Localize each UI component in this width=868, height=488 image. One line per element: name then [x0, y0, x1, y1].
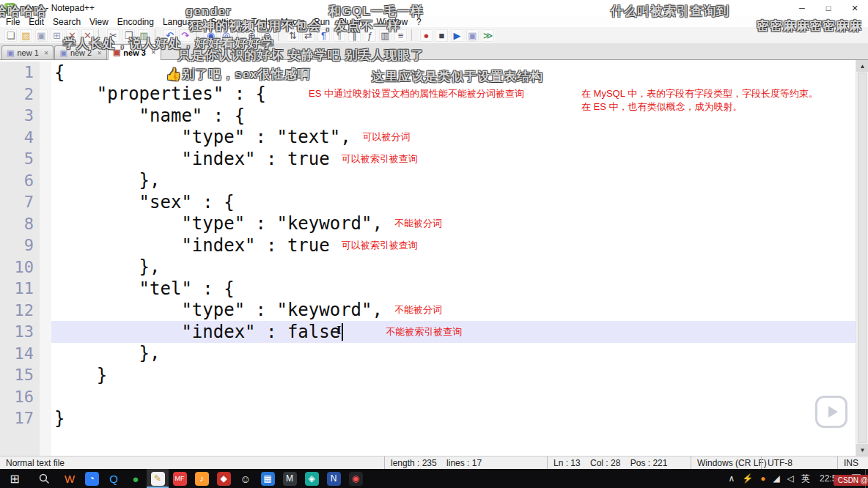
- play-macro-icon[interactable]: ▶: [450, 29, 464, 42]
- code-area[interactable]: },: [51, 343, 856, 365]
- code-area[interactable]: }: [51, 407, 856, 429]
- code-area[interactable]: "sex" : {: [51, 191, 856, 213]
- scrollbar-thumb[interactable]: [858, 73, 867, 443]
- show-all-characters-icon[interactable]: ¶: [332, 29, 346, 42]
- app-notepad-icon: ✎: [151, 472, 165, 486]
- scroll-down-icon[interactable]: ▼: [856, 444, 868, 456]
- maximize-button[interactable]: □: [815, 0, 842, 16]
- save-icon[interactable]: ▣: [34, 29, 48, 42]
- start-button[interactable]: ⊞: [0, 469, 29, 488]
- code-area[interactable]: "index" : false不能被索引被查询: [51, 321, 856, 343]
- menu-tools[interactable]: Tools: [247, 17, 276, 27]
- tab-close-icon[interactable]: ✕: [44, 50, 49, 56]
- tab-close-icon[interactable]: ✕: [97, 50, 102, 56]
- taskbar-search-icon[interactable]: [29, 469, 59, 488]
- usb-icon[interactable]: ⚡: [738, 473, 757, 484]
- new-file-icon[interactable]: ❏: [4, 29, 18, 42]
- code-area[interactable]: "type" : "keyword",不能被分词: [51, 213, 856, 235]
- indent-guide-icon[interactable]: ∥: [347, 29, 361, 42]
- network-icon[interactable]: ◢: [770, 473, 784, 484]
- paste-icon[interactable]: ▥: [137, 29, 151, 42]
- cut-icon[interactable]: ✂: [106, 29, 120, 42]
- taskbar-app-music[interactable]: ♪: [191, 469, 213, 488]
- code-area[interactable]: [51, 386, 856, 408]
- copy-icon[interactable]: ❐: [122, 29, 136, 42]
- menu-view[interactable]: View: [85, 17, 113, 27]
- run-macro-multiple-icon[interactable]: ≫: [481, 29, 495, 42]
- menu-settings[interactable]: Settings: [206, 17, 246, 27]
- menu-macro[interactable]: Macro: [276, 17, 309, 27]
- undo-icon[interactable]: ↶: [163, 29, 177, 42]
- replace-icon[interactable]: ◎: [219, 29, 233, 42]
- code-area[interactable]: },: [51, 256, 856, 278]
- line-number: 17: [0, 407, 40, 429]
- taskbar-app-mf[interactable]: MF: [169, 469, 191, 488]
- menu-language[interactable]: Language: [158, 17, 206, 27]
- redo-icon[interactable]: ↷: [178, 29, 192, 42]
- security-icon[interactable]: ●: [757, 473, 769, 484]
- editor-line: 15 }: [0, 364, 856, 386]
- sync-scroll-horizontal-icon[interactable]: ⇄: [301, 29, 315, 42]
- code-area[interactable]: "type" : "text",可以被分词: [51, 127, 856, 149]
- taskbar-app-notepad[interactable]: ✎: [147, 469, 169, 488]
- taskbar-app-docs[interactable]: ▦: [257, 469, 279, 488]
- close-icon[interactable]: ✕: [65, 29, 79, 42]
- code-area[interactable]: {: [51, 62, 856, 84]
- tab-new-1[interactable]: ▣new 1✕: [1, 45, 54, 59]
- menu-help[interactable]: ?: [412, 17, 426, 27]
- close-button[interactable]: ✕: [842, 0, 868, 16]
- taskbar-app-red[interactable]: ◆: [213, 469, 235, 488]
- minimize-button[interactable]: ─: [789, 0, 815, 16]
- menu-run[interactable]: Run: [309, 17, 334, 27]
- taskbar-app-wps[interactable]: W: [59, 469, 81, 488]
- zoom-out-icon[interactable]: ⊖: [260, 29, 274, 42]
- taskbar-app-target[interactable]: ◉: [345, 469, 367, 488]
- save-macro-icon[interactable]: ▣: [466, 29, 479, 42]
- menu-encoding[interactable]: Encoding: [113, 17, 158, 27]
- menu-plugins[interactable]: Plugins: [334, 17, 372, 27]
- close-all-icon[interactable]: ✕: [81, 29, 95, 42]
- status-insert-mode[interactable]: INS: [837, 456, 868, 469]
- volume-icon[interactable]: ◁: [784, 473, 798, 484]
- taskbar-app-smiley[interactable]: ☺: [235, 469, 257, 488]
- word-wrap-icon[interactable]: ¶: [317, 29, 331, 42]
- stop-macro-icon[interactable]: ■: [435, 29, 449, 42]
- input-language-indicator[interactable]: 英: [798, 473, 814, 485]
- code-area[interactable]: },: [51, 170, 856, 192]
- hidden-icons-chevron-icon[interactable]: ∧: [724, 473, 738, 484]
- code-area[interactable]: "index" : true可以被索引被查询: [51, 148, 856, 170]
- tab-new-3[interactable]: ▣new 3✕: [108, 44, 161, 60]
- menu-search[interactable]: Search: [48, 17, 85, 27]
- tab-new-2[interactable]: ▣new 2✕: [54, 45, 106, 59]
- menu-window[interactable]: Window: [372, 17, 412, 27]
- save-all-icon[interactable]: ⊞: [50, 29, 64, 42]
- taskbar-app-qq-browser[interactable]: Q: [103, 469, 125, 488]
- taskbar-app-teal[interactable]: ◈: [301, 469, 323, 488]
- record-macro-icon[interactable]: ●: [419, 29, 433, 42]
- code-area[interactable]: "tel" : {: [51, 278, 856, 300]
- sync-scroll-vertical-icon[interactable]: ⇅: [286, 29, 300, 42]
- inline-annotation: ES 中通过映射设置文档的属性能不能被分词被查询: [309, 87, 524, 100]
- scroll-up-icon[interactable]: ▲: [856, 60, 868, 72]
- editor[interactable]: 1{2 "properties" : {ES 中通过映射设置文档的属性能不能被分…: [0, 60, 868, 456]
- find-icon[interactable]: ◉: [204, 29, 218, 42]
- tab-close-icon[interactable]: ✕: [151, 49, 156, 56]
- function-list-icon[interactable]: ƒ: [363, 29, 377, 42]
- vertical-scrollbar[interactable]: ▲ ▼: [856, 60, 868, 456]
- status-eol-format[interactable]: Windows (CR LF): [691, 456, 761, 469]
- code-area[interactable]: "type" : "keyword",不能被分词: [51, 300, 856, 322]
- inline-annotation: 可以被索引被查询: [342, 152, 418, 166]
- taskbar-app-m[interactable]: M: [279, 469, 301, 488]
- menu-edit[interactable]: Edit: [24, 17, 48, 27]
- code-area[interactable]: "index" : true可以被索引被查询: [51, 234, 856, 256]
- document-map-icon[interactable]: ▥: [378, 29, 392, 42]
- code-area[interactable]: }: [51, 364, 856, 386]
- taskbar-app-baidu-netdisk[interactable]: ◔: [81, 469, 103, 488]
- taskbar-app-browser-green[interactable]: ●: [125, 469, 147, 488]
- status-encoding[interactable]: UTF-8: [761, 456, 837, 469]
- taskbar-app-n[interactable]: N: [323, 469, 345, 488]
- zoom-in-icon[interactable]: ⊕: [245, 29, 259, 42]
- open-folder-icon[interactable]: ▨: [19, 29, 33, 42]
- menu-file[interactable]: File: [1, 17, 24, 27]
- document-list-icon[interactable]: ≡: [394, 29, 408, 42]
